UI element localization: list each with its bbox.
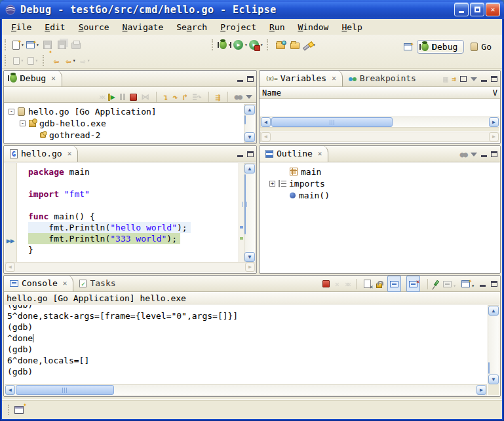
search-button[interactable]: ▾ (303, 37, 316, 52)
tree-toggle-icon[interactable]: - (20, 120, 26, 126)
scroll-left-arrow[interactable]: ◀ (261, 132, 271, 141)
resume-button[interactable]: ▶ (108, 94, 115, 101)
maximize-view-button[interactable] (491, 151, 497, 157)
breakpoint-icon[interactable] (7, 223, 16, 232)
view-menu-icon[interactable]: ●● (235, 92, 241, 101)
tab-debug[interactable]: Debug ✕ (4, 70, 62, 86)
menu-edit[interactable]: Edit (38, 21, 71, 33)
menu-window[interactable]: Window (291, 21, 335, 33)
maximize-button[interactable] (470, 3, 484, 16)
console-output[interactable]: (gdb) 5^done,stack-args=[frame={level="0… (5, 305, 487, 385)
fast-view-button[interactable]: ✦ (14, 406, 24, 414)
maximize-view-button[interactable] (491, 76, 497, 82)
console-vertical-scrollbar[interactable]: ▲ ▼ (488, 305, 499, 385)
save-all-button[interactable] (55, 37, 68, 52)
run-button[interactable]: ▾ (233, 37, 248, 52)
scroll-down-arrow[interactable]: ▼ (488, 375, 499, 384)
terminate-button[interactable] (322, 280, 330, 287)
minimize-view-button[interactable] (481, 80, 487, 82)
use-step-filters-button[interactable]: ⇶ (216, 92, 221, 102)
close-icon[interactable]: ✕ (68, 149, 72, 158)
maximize-view-button[interactable] (491, 281, 497, 287)
open-perspective-button[interactable]: ✦ (401, 39, 414, 54)
variables-column-header[interactable]: Name V (260, 87, 500, 99)
scroll-left-arrow[interactable]: ◀ (5, 263, 15, 272)
tab-outline[interactable]: Outline ✕ (260, 145, 328, 162)
remove-launch-button[interactable]: ✕ (335, 280, 339, 289)
scroll-right-arrow[interactable]: ▶ (489, 117, 499, 127)
variables-detail-scrollbar[interactable]: ◀ ▶ (260, 132, 499, 142)
clear-console-button[interactable] (364, 280, 371, 288)
tree-toggle-icon[interactable]: - (9, 109, 14, 115)
menu-navigate[interactable]: Navigate (116, 21, 170, 33)
scroll-down-arrow[interactable]: ▼ (244, 132, 255, 142)
maximize-view-button[interactable] (247, 76, 254, 82)
debug-vertical-scrollbar[interactable]: ▲ ▼ (244, 104, 256, 143)
outline-item[interactable]: main (265, 166, 499, 177)
debug-view-menu-button[interactable] (246, 95, 252, 99)
toolbar-grip[interactable] (212, 39, 215, 50)
close-icon[interactable]: ✕ (318, 149, 322, 158)
last-edit-location-button[interactable]: ⇦✦ (50, 53, 63, 68)
menu-help[interactable]: Help (335, 21, 368, 33)
tab-breakpoints[interactable]: Breakpoints (343, 70, 422, 86)
collapse-all-button[interactable] (460, 76, 467, 82)
scroll-lock-button[interactable] (376, 284, 382, 288)
minimize-view-button[interactable] (481, 155, 487, 157)
scroll-right-arrow[interactable]: ▶ (476, 385, 486, 395)
minimize-view-button[interactable] (480, 285, 486, 287)
step-over-button[interactable]: ↷ (173, 92, 178, 102)
perspective-debug-button[interactable]: Debug (417, 40, 464, 54)
scroll-left-arrow[interactable]: ◀ (261, 117, 271, 127)
debug-tree-item[interactable]: -hello.go [Go Application] (5, 105, 243, 117)
minimize-view-button[interactable] (237, 80, 243, 82)
menu-run[interactable]: Run (263, 21, 291, 33)
debug-tree-item[interactable]: gothread-2 (5, 129, 243, 141)
scroll-thumb[interactable] (16, 385, 114, 395)
variables-horizontal-scrollbar[interactable]: ◀ ▶ (260, 117, 499, 128)
scroll-thumb[interactable] (244, 115, 246, 124)
variables-tree[interactable] (260, 99, 499, 117)
step-return-button[interactable]: ↱ (182, 92, 187, 102)
terminate-button[interactable] (130, 94, 137, 101)
scroll-right-arrow[interactable]: ▶ (245, 263, 255, 272)
tab-console[interactable]: Console ✕ (4, 275, 73, 291)
view-menu-icon[interactable]: ●● (460, 150, 467, 159)
scroll-up-arrow[interactable]: ▲ (244, 105, 255, 115)
show-type-names-button[interactable]: ▦ (443, 75, 448, 84)
debug-tree-item[interactable]: -gdb-hello.exe (5, 117, 243, 129)
console-horizontal-scrollbar[interactable]: ◀ ▶ (5, 384, 487, 395)
tab-tasks[interactable]: ✓ Tasks (73, 275, 121, 291)
toolbar-grip[interactable] (5, 39, 8, 50)
scroll-thumb[interactable] (488, 362, 490, 374)
menu-search[interactable]: Search (170, 21, 214, 33)
drop-to-frame-button[interactable]: ≣↷ (192, 92, 201, 101)
variables-detail-sash[interactable] (260, 128, 499, 131)
editor-horizontal-scrollbar[interactable]: ◀ ▶ (5, 262, 256, 272)
toolbar-grip[interactable] (43, 55, 46, 66)
scroll-right-arrow[interactable]: ▶ (489, 132, 499, 141)
scroll-down-arrow[interactable]: ▼ (244, 252, 255, 262)
show-stderr-button[interactable]: ✕ (406, 276, 420, 292)
show-stdout-button[interactable] (387, 276, 401, 292)
editor-vertical-scrollbar[interactable]: ▲ ▼ (244, 163, 256, 263)
display-selected-console-button[interactable]: ▾ (443, 278, 456, 290)
overview-ruler[interactable] (239, 163, 244, 263)
perspective-go-button[interactable]: Go (466, 40, 498, 54)
titlebar[interactable]: Debug - testGo/src/cmd/hello.go - Eclips… (0, 0, 504, 19)
scroll-thumb[interactable] (271, 117, 393, 127)
open-resource-button[interactable] (288, 37, 301, 52)
scroll-thumb[interactable] (244, 174, 246, 234)
close-button[interactable]: ✕ (486, 3, 500, 16)
maximize-view-button[interactable] (247, 151, 254, 157)
outline-view-menu-button[interactable] (471, 153, 477, 156)
new-wizard-button[interactable]: ✦▾ (12, 37, 25, 52)
menu-file[interactable]: File (5, 21, 38, 33)
back-button[interactable]: ⇦▾ (64, 53, 77, 68)
tab-variables[interactable]: (x)= Variables ✕ (260, 70, 343, 86)
minimize-button[interactable] (454, 3, 469, 16)
print-button[interactable] (69, 37, 83, 52)
run-external-tools-button[interactable]: ▾ (249, 37, 263, 52)
open-plugin-artifact-button[interactable] (274, 37, 287, 52)
scroll-up-arrow[interactable]: ▲ (488, 306, 499, 316)
